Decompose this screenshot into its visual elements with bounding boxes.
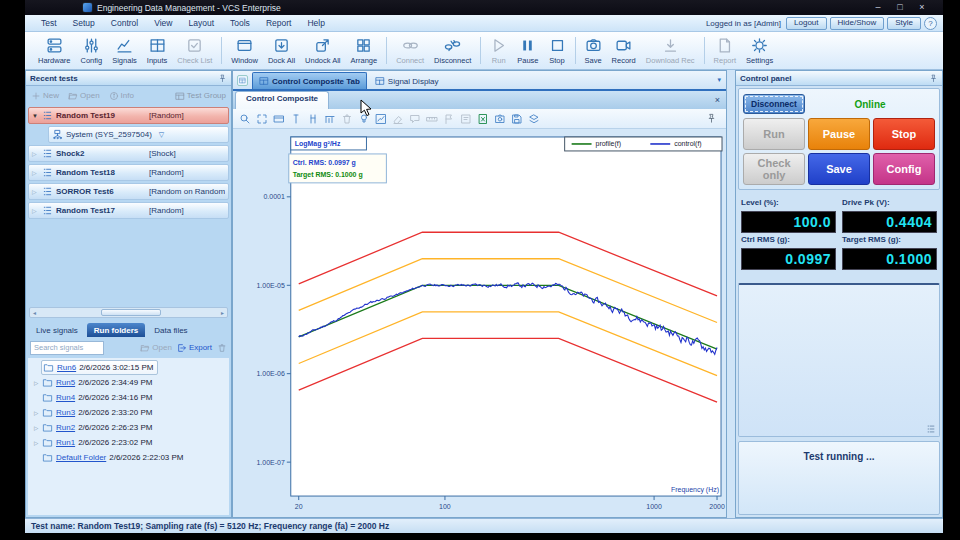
help-icon[interactable]: ? <box>924 17 937 30</box>
export-excel-tool-icon[interactable] <box>477 113 489 125</box>
grid-icon <box>259 76 269 86</box>
config-button[interactable]: Config <box>873 153 935 185</box>
run-folder-run3[interactable]: ▷ Run3 2/6/2026 2:33:20 PM <box>28 405 229 420</box>
toolbar-dock-all[interactable]: Dock All <box>263 32 300 69</box>
test-item-sorror-test6[interactable]: ▷ SORROR Test6 [Random on Random and Sin <box>28 183 229 200</box>
horizontal-scrollbar[interactable]: ◄ ► <box>29 307 228 318</box>
scroll-right-icon[interactable]: ► <box>218 310 227 316</box>
close-icon[interactable]: × <box>715 95 720 105</box>
stats-overlay-tool-icon[interactable] <box>375 113 387 125</box>
scrollbar-thumb[interactable] <box>101 309 161 316</box>
chevron-down-icon[interactable]: ▽ <box>159 131 164 139</box>
harmonic-cursor-tool-icon[interactable] <box>324 113 336 125</box>
toolbar-arrange[interactable]: Arrange <box>345 32 382 69</box>
run-folder-run6[interactable]: Run6 2/6/2026 3:02:15 PM <box>28 360 229 375</box>
copy-image-tool-icon[interactable] <box>494 113 506 125</box>
menu-control[interactable]: Control <box>103 18 146 28</box>
run-button: Run <box>743 118 805 150</box>
toolbar-inputs[interactable]: Inputs <box>142 32 172 69</box>
menu-setup[interactable]: Setup <box>65 18 103 28</box>
run-folder-run5[interactable]: ▷ Run5 2/6/2026 2:34:49 PM <box>28 375 229 390</box>
stop-button[interactable]: Stop <box>873 118 935 150</box>
download-rec-icon <box>662 37 679 54</box>
pin-icon[interactable] <box>218 74 227 83</box>
toolbar-undock-all[interactable]: Undock All <box>300 32 345 69</box>
workspace-tab-strip: Control Composite Tab Signal Display ▾ <box>233 71 726 91</box>
readout-label-target-rms-g: Target RMS (g): <box>842 235 937 246</box>
run-folder-default-folder[interactable]: Default Folder 2/6/2026 2:22:03 PM <box>28 450 229 465</box>
pause-button[interactable]: Pause <box>808 118 870 150</box>
save-button[interactable]: Save <box>808 153 870 185</box>
close-button[interactable]: × <box>911 0 933 15</box>
system-item[interactable]: System (SYS_2597504) ▽ <box>48 126 229 143</box>
fit-tool-icon[interactable] <box>256 113 268 125</box>
toolbar-pause[interactable]: Pause <box>512 32 543 69</box>
waterfall-tool-icon[interactable] <box>528 113 540 125</box>
pin-icon[interactable] <box>929 74 938 83</box>
maximize-button[interactable]: □ <box>889 0 911 15</box>
menu-report[interactable]: Report <box>258 18 300 28</box>
run-folder-run4[interactable]: Run4 2/6/2026 2:34:16 PM <box>28 390 229 405</box>
toolbar-hardware[interactable]: Hardware <box>33 32 76 69</box>
menu-test[interactable]: Test <box>33 18 65 28</box>
save-image-tool-icon[interactable] <box>511 113 523 125</box>
panel-splitter[interactable] <box>727 70 735 518</box>
export-button[interactable]: Export <box>177 343 212 353</box>
dual-cursor-tool-icon[interactable] <box>307 113 319 125</box>
run-folder-run2[interactable]: ▷ Run2 2/6/2026 2:26:23 PM <box>28 420 229 435</box>
zoom-tool-icon[interactable] <box>239 113 251 125</box>
collapsed-arrow-icon[interactable]: ▷ <box>32 207 39 214</box>
test-item-random-test18[interactable]: ▷ Random Test18 [Random] <box>28 164 229 181</box>
minimize-button[interactable]: – <box>867 0 889 15</box>
arrange-icon <box>355 37 372 54</box>
tab-live-signals[interactable]: Live signals <box>29 323 85 337</box>
list-icon[interactable] <box>926 424 936 434</box>
disconnect-button[interactable]: Disconnect <box>743 94 805 114</box>
run-folder-run1[interactable]: ▷ Run1 2/6/2026 2:23:02 PM <box>28 435 229 450</box>
collapsed-arrow-icon[interactable]: ▷ <box>32 169 39 176</box>
toolbar-config[interactable]: Config <box>76 32 108 69</box>
toolbar-save[interactable]: Save <box>580 32 607 69</box>
test-item-shock2[interactable]: ▷ Shock2 [Shock] <box>28 145 229 162</box>
info-icon <box>109 91 119 101</box>
search-input[interactable] <box>30 341 104 355</box>
menu-view[interactable]: View <box>146 18 180 28</box>
collapsed-arrow-icon[interactable]: ▷ <box>32 188 39 195</box>
run-icon <box>490 37 507 54</box>
test-group-button[interactable]: Test Group <box>175 91 226 101</box>
test-item-random-test17[interactable]: ▷ Random Test17 [Random] <box>28 202 229 219</box>
expanded-arrow-icon[interactable]: ▼ <box>32 113 39 119</box>
style-button[interactable]: Style <box>887 17 921 30</box>
toolbar-stop[interactable]: Stop <box>544 32 571 69</box>
toolbar-record[interactable]: Record <box>607 32 641 69</box>
logged-in-label: Logged in as [Admin] <box>706 19 781 28</box>
delete-run-icon[interactable] <box>217 343 227 353</box>
test-item-random-test19[interactable]: ▼ Random Test19 [Random] <box>28 107 229 124</box>
psd-control-chart: 0.00011.00E-051.00E-061.00E-072010010002… <box>233 130 726 517</box>
peak-marker-tool-icon[interactable] <box>358 113 370 125</box>
tab-run-folders[interactable]: Run folders <box>87 323 145 337</box>
hide-show-button[interactable]: Hide/Show <box>830 17 885 30</box>
toolbar-window[interactable]: Window <box>226 32 263 69</box>
cursor-tool-icon[interactable] <box>290 113 302 125</box>
logout-button[interactable]: Logout <box>786 17 826 30</box>
control-composite-doc-tab[interactable]: Control Composite <box>235 91 329 109</box>
chevron-down-icon[interactable]: ▾ <box>717 76 721 84</box>
scroll-left-icon[interactable]: ◄ <box>30 310 39 316</box>
toolbar-settings[interactable]: Settings <box>741 32 778 69</box>
main-area: Control Composite Tab Signal Display ▾ C… <box>232 70 727 518</box>
display-settings-tool-icon[interactable] <box>273 113 285 125</box>
toolbar-signals[interactable]: Signals <box>107 32 142 69</box>
tab-data-files[interactable]: Data files <box>147 323 194 337</box>
menu-help[interactable]: Help <box>299 18 332 28</box>
tab-strip-icon[interactable] <box>237 75 248 86</box>
tab-signal-display[interactable]: Signal Display <box>369 73 445 89</box>
toolbar-separator <box>480 37 481 64</box>
open-test-button: Open <box>68 91 100 101</box>
menu-tools[interactable]: Tools <box>222 18 258 28</box>
toolbar-disconnect[interactable]: Disconnect <box>429 32 476 69</box>
tab-control-composite[interactable]: Control Composite Tab <box>252 72 367 89</box>
menu-layout[interactable]: Layout <box>181 18 223 28</box>
pin-icon[interactable] <box>706 113 717 124</box>
collapsed-arrow-icon[interactable]: ▷ <box>32 150 39 157</box>
